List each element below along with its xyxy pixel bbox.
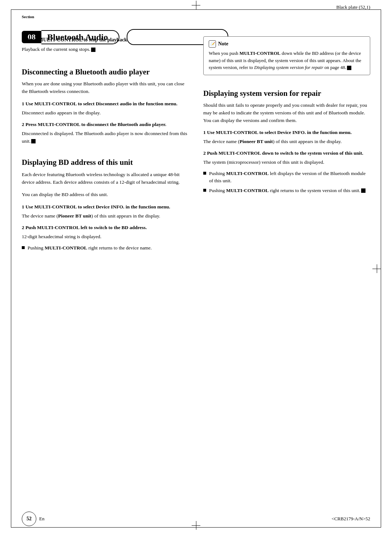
bd-step2-bullet: Pushing MULTI-CONTROL right returns to t… bbox=[22, 244, 189, 252]
step2-intro-block: 2 Press MULTI-CONTROL to stop the playba… bbox=[22, 36, 189, 53]
disconnect-step1-body: Disconnect audio appears in the display. bbox=[22, 109, 189, 117]
note-header: 📝 Note bbox=[209, 40, 365, 48]
sv-bullet2: Pushing MULTI-CONTROL right returns to t… bbox=[203, 187, 370, 194]
right-column: 📝 Note When you push MULTI-CONTROL down … bbox=[203, 36, 370, 508]
footer-en-label: En bbox=[39, 516, 44, 522]
step2-intro-heading: 2 Press MULTI-CONTROL to stop the playba… bbox=[22, 36, 189, 44]
bullet-icon-1 bbox=[22, 246, 25, 249]
step2-intro-body: Playback of the current song stops. bbox=[22, 46, 189, 53]
bd-step1-body: The device name (Pioneer BT unit) of thi… bbox=[22, 212, 189, 220]
page-number-badge: 52 bbox=[22, 512, 36, 526]
border-left bbox=[11, 9, 11, 528]
sv-step2-body: The system (microprocessor) version of t… bbox=[203, 159, 370, 166]
end-marker-2 bbox=[31, 139, 36, 143]
system-version-title: Displaying system version for repair bbox=[203, 89, 370, 98]
bullet-icon-2 bbox=[203, 172, 206, 175]
bullet-icon-3 bbox=[203, 189, 206, 192]
end-marker-1 bbox=[91, 48, 95, 52]
footer-left: 52 En bbox=[22, 512, 44, 526]
end-marker-3 bbox=[347, 66, 351, 70]
note-icon: 📝 bbox=[209, 40, 216, 48]
system-version-intro: Should this unit fails to operate proper… bbox=[203, 102, 370, 125]
disconnect-section: Disconnecting a Bluetooth audio player W… bbox=[22, 64, 189, 149]
bd-address-intro: Each device featuring Bluetooth wireless… bbox=[22, 171, 189, 186]
end-marker-4 bbox=[361, 188, 366, 193]
disconnect-step2-body: Disconnected is displayed. The Bluetooth… bbox=[22, 130, 189, 145]
disconnect-step2-heading: 2 Press MULTI-CONTROL to disconnect the … bbox=[22, 121, 189, 128]
border-top bbox=[11, 9, 381, 10]
bd-step2-heading: 2 Push MULTI-CONTROL left to switch to t… bbox=[22, 224, 189, 231]
footer: 52 En <CRB2179-A/N>52 bbox=[22, 512, 370, 526]
disconnect-step1-heading: 1 Use MULTI-CONTROL to select Disconnect… bbox=[22, 101, 189, 107]
disconnect-title: Disconnecting a Bluetooth audio player bbox=[22, 68, 189, 77]
section-label: Section bbox=[22, 15, 34, 19]
left-column: 2 Press MULTI-CONTROL to stop the playba… bbox=[22, 36, 189, 508]
note-box: 📝 Note When you push MULTI-CONTROL down … bbox=[203, 36, 370, 75]
footer-code: <CRB2179-A/N>52 bbox=[332, 516, 370, 522]
disconnect-intro: When you are done using your Bluetooth a… bbox=[22, 80, 189, 95]
crosshair-mid-right bbox=[372, 264, 381, 273]
sv-step2-heading: 2 Push MULTI-CONTROL down to switch to t… bbox=[203, 150, 370, 157]
bd-address-section: Displaying BD address of this unit Each … bbox=[22, 154, 189, 254]
bd-address-title: Displaying BD address of this unit bbox=[22, 158, 189, 167]
bd-step1-heading: 1 Use MULTI-CONTROL to select Device INF… bbox=[22, 204, 189, 211]
bd-address-intro2: You can display the BD address of this u… bbox=[22, 191, 189, 199]
crosshair-top bbox=[192, 1, 200, 9]
sv-step1-body: The device name (Pioneer BT unit) of thi… bbox=[203, 138, 370, 146]
content-area: 2 Press MULTI-CONTROL to stop the playba… bbox=[22, 36, 370, 508]
page: Black plate (52,1) Section 08 Bluetooth … bbox=[0, 0, 392, 537]
sv-step1-heading: 1 Use MULTI-CONTROL to select Device INF… bbox=[203, 129, 370, 136]
note-title: Note bbox=[218, 41, 228, 47]
system-version-section: Displaying system version for repair Sho… bbox=[203, 85, 370, 196]
sv-bullet1: Pushing MULTI-CONTROL left displays the … bbox=[203, 170, 370, 185]
note-body: When you push MULTI-CONTROL down while t… bbox=[209, 50, 365, 71]
bd-step2-body: 12-digit hexadecimal string is displayed… bbox=[22, 233, 189, 241]
